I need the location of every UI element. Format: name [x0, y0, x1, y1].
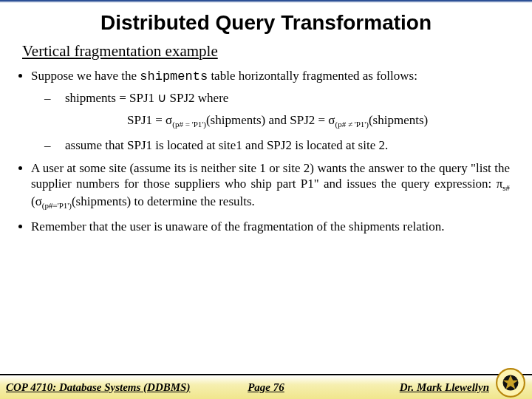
- formula: SPJ1 = σ(p# = 'P1')(shipments) and SPJ2 …: [127, 112, 510, 130]
- slide: { "title": "Distributed Query Transforma…: [0, 0, 532, 399]
- ucf-logo-icon: [495, 367, 526, 398]
- sub2-text: assume that SPJ1 is located at site1 and…: [65, 138, 388, 152]
- sub-list-2: assume that SPJ1 is located at site1 and…: [44, 137, 510, 153]
- bullet-list: Suppose we have the shipments table hori…: [31, 68, 510, 235]
- bullet2-b: (σ: [31, 194, 42, 208]
- bullet-3: Remember that the user is unaware of the…: [31, 219, 510, 234]
- bullet-1: Suppose we have the shipments table hori…: [31, 68, 510, 153]
- footer-center: Page 76: [248, 381, 284, 394]
- sub-list-1: shipments = SPJ1 ∪ SPJ2 where: [44, 90, 510, 106]
- bullet1-text-b: table horizontally fragmented as follows…: [208, 69, 417, 83]
- formula-sub1: (p# = 'P1'): [172, 120, 206, 129]
- sub1-text: shipments = SPJ1 ∪ SPJ2 where: [65, 91, 228, 105]
- formula-c: (shipments): [369, 113, 428, 127]
- bullet2-c: (shipments) to determine the results.: [72, 194, 255, 208]
- footer: COP 4710: Database Systems (DDBMS) Page …: [0, 374, 532, 399]
- sub-bullet-2: assume that SPJ1 is located at site1 and…: [44, 137, 510, 153]
- footer-left: COP 4710: Database Systems (DDBMS): [6, 381, 190, 394]
- formula-b: (shipments) and SPJ2 = σ: [206, 113, 335, 127]
- bullet2-sub1: s#: [502, 184, 510, 193]
- page-title: Distributed Query Transformation: [0, 11, 532, 35]
- formula-sub2: (p# ≠ 'P1'): [335, 120, 369, 129]
- bullet-2: A user at some site (assume its is neith…: [31, 160, 510, 212]
- bullet2-a: A user at some site (assume its is neith…: [31, 161, 510, 191]
- bullet2-sub2: (p#='P1'): [42, 202, 72, 211]
- sub-bullet-1: shipments = SPJ1 ∪ SPJ2 where: [44, 90, 510, 106]
- bullet1-text-a: Suppose we have the: [31, 69, 140, 83]
- formula-a: SPJ1 = σ: [127, 113, 172, 127]
- bullet1-code: shipments: [140, 69, 208, 83]
- footer-right: Dr. Mark Llewellyn: [400, 381, 489, 394]
- subtitle: Vertical fragmentation example: [22, 42, 532, 61]
